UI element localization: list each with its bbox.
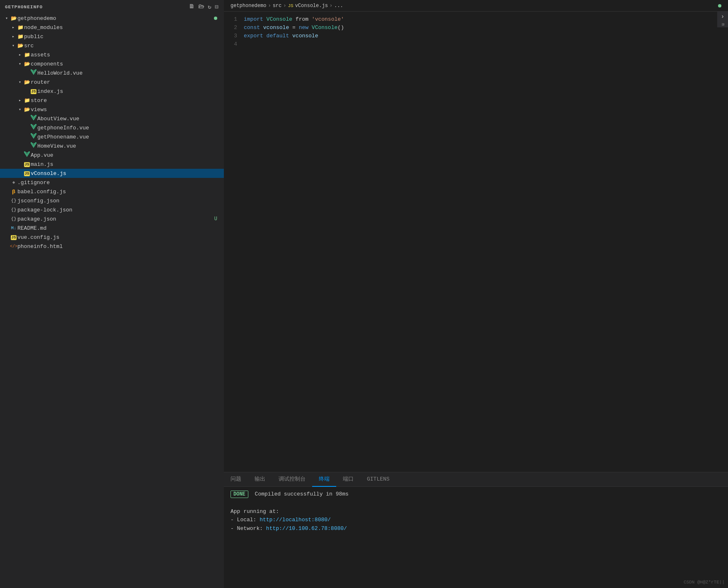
- terminal-link[interactable]: http://localhost:8080/: [260, 517, 331, 523]
- tree-item-README.md[interactable]: M↓README.md: [0, 224, 224, 233]
- tree-item-router_index.js[interactable]: JSindex.js: [0, 87, 224, 96]
- terminal-line: - Network: http://10.100.62.78:8080/: [231, 525, 721, 533]
- terminal-line: App running at:: [231, 508, 721, 516]
- tree-item-main.js[interactable]: JSmain.js: [0, 160, 224, 169]
- breadcrumb-ellipsis: ...: [334, 3, 343, 9]
- terminal-tab-调试控制台[interactable]: 调试控制台: [272, 472, 312, 487]
- tree-label-main.js: main.js: [31, 161, 53, 168]
- svg-marker-1: [32, 70, 35, 73]
- terminal-line: [231, 499, 721, 508]
- new-folder-icon[interactable]: 🗁: [198, 3, 204, 10]
- new-file-icon[interactable]: 🗎: [189, 3, 195, 10]
- tree-item-public[interactable]: ▸📁public: [0, 32, 224, 41]
- file-icon-HelloWorld.vue: [30, 69, 37, 77]
- tree-item-babel.config.js[interactable]: βbabel.config.js: [0, 187, 224, 196]
- tree-item-HelloWorld.vue[interactable]: HelloWorld.vue: [0, 68, 224, 78]
- breadcrumb: getphonedemo › src › JS vConsole.js › ..…: [224, 0, 728, 12]
- sidebar-header: GETPHONEINFO 🗎 🗁 ↻ ⊟: [0, 0, 224, 14]
- tree-label-getphoneInfo.vue: getphoneInfo.vue: [37, 125, 89, 131]
- terminal-tab-终端[interactable]: 终端: [312, 472, 336, 487]
- tree-label-phoneinfo.html: phoneinfo.html: [17, 243, 63, 250]
- tree-label-package-lock.json: package-lock.json: [17, 207, 73, 213]
- tree-item-vue.config.js[interactable]: JSvue.config.js: [0, 233, 224, 242]
- file-icon-AboutView.vue: [30, 115, 37, 122]
- svg-marker-11: [26, 153, 28, 155]
- token: (): [337, 24, 344, 31]
- svg-marker-7: [32, 134, 35, 136]
- svg-marker-3: [32, 116, 35, 118]
- file-icon-router: 📂: [23, 79, 31, 85]
- tree-label-jsconfig.json: jsconfig.json: [17, 198, 59, 204]
- tree-item-vConsole.js[interactable]: JSvConsole.js: [0, 169, 224, 178]
- breadcrumb-filename: vConsole.js: [295, 3, 328, 9]
- terminal-link[interactable]: http://10.100.62.78:8080/: [266, 525, 347, 532]
- file-icon-getphoneInfo.vue: [30, 124, 37, 131]
- line-number-2: 2: [224, 24, 244, 31]
- file-icon-getPhonename.vue: [30, 133, 37, 141]
- tree-label-AboutView.vue: AboutView.vue: [37, 116, 79, 122]
- terminal-tabs: 问题输出调试控制台终端端口GITLENS: [224, 472, 728, 487]
- tree-label-vConsole.js: vConsole.js: [31, 170, 66, 177]
- main-container: GETPHONEINFO 🗎 🗁 ↻ ⊟ ▾📂getphonedemo▸📁nod…: [0, 0, 728, 588]
- file-icon-App.vue: [23, 151, 31, 159]
- tree-item-package-lock.json[interactable]: {}package-lock.json: [0, 205, 224, 214]
- refresh-icon[interactable]: ↻: [208, 3, 211, 10]
- tree-label-HomeView.vue: HomeView.vue: [37, 143, 76, 149]
- code-line-1: 1import VConsole from 'vconsole': [224, 15, 728, 23]
- tree-label-components: components: [31, 61, 63, 67]
- tree-arrow-src: ▾: [10, 43, 17, 48]
- panel-toggle-icon: ›: [721, 13, 724, 20]
- line-content-3: export default vconsole: [244, 33, 318, 39]
- tree-label-src: src: [24, 43, 34, 49]
- terminal-tab-端口[interactable]: 端口: [336, 472, 360, 487]
- tree-item-getphonedemo[interactable]: ▾📂getphonedemo: [0, 14, 224, 23]
- code-editor[interactable]: 1import VConsole from 'vconsole'2const v…: [224, 12, 728, 472]
- tree-item-getphoneInfo.vue[interactable]: getphoneInfo.vue: [0, 123, 224, 132]
- tree-item-getPhonename.vue[interactable]: getPhonename.vue: [0, 132, 224, 141]
- tree-item-node_modules[interactable]: ▸📁node_modules: [0, 23, 224, 32]
- tree-item-AboutView.vue[interactable]: AboutView.vue: [0, 114, 224, 123]
- tree-item-views[interactable]: ▾📂views: [0, 105, 224, 114]
- tree-item-phoneinfo.html[interactable]: </>phoneinfo.html: [0, 242, 224, 251]
- line-content-2: const vconsole = new VConsole(): [244, 24, 344, 31]
- tree-label-vue.config.js: vue.config.js: [17, 234, 59, 241]
- file-icon-phoneinfo.html: </>: [10, 243, 17, 249]
- tree-item-store[interactable]: ▸📁store: [0, 96, 224, 105]
- token: 'vconsole': [312, 16, 344, 22]
- terminal-panel: 问题输出调试控制台终端端口GITLENS DONE Compiled succe…: [224, 472, 728, 588]
- panel-toggle[interactable]: › m: [717, 12, 728, 27]
- line-number-1: 1: [224, 16, 244, 22]
- tree-item-jsconfig.json[interactable]: {}jsconfig.json: [0, 196, 224, 205]
- token: export: [244, 33, 267, 39]
- file-icon-vConsole.js: JS: [23, 170, 31, 176]
- file-icon-public: 📁: [17, 34, 24, 40]
- tree-item-HomeView.vue[interactable]: HomeView.vue: [0, 141, 224, 151]
- tree-label-App.vue: App.vue: [31, 152, 53, 158]
- terminal-tab-GITLENS[interactable]: GITLENS: [360, 472, 396, 487]
- breadcrumb-js-icon: JS: [288, 3, 293, 8]
- tree-arrow-getphonedemo: ▾: [3, 16, 10, 21]
- tree-item-assets[interactable]: ▸📁assets: [0, 50, 224, 59]
- tree-item-App.vue[interactable]: App.vue: [0, 151, 224, 160]
- collapse-all-icon[interactable]: ⊟: [215, 3, 219, 10]
- tree-arrow-router: ▾: [17, 80, 23, 85]
- tree-item-router[interactable]: ▾📂router: [0, 78, 224, 87]
- tree-item-.gitignore[interactable]: ◆.gitignore: [0, 178, 224, 187]
- svg-marker-5: [32, 125, 35, 127]
- tree-label-store: store: [31, 97, 47, 104]
- tree-label-README.md: README.md: [17, 225, 46, 231]
- token: from: [292, 16, 312, 22]
- file-tree: ▾📂getphonedemo▸📁node_modules▸📁public▾📂sr…: [0, 14, 224, 251]
- code-line-2: 2const vconsole = new VConsole(): [224, 23, 728, 32]
- status-dot: [718, 4, 721, 7]
- tree-item-src[interactable]: ▾📂src: [0, 41, 224, 50]
- tree-item-components[interactable]: ▾📂components: [0, 59, 224, 68]
- terminal-tab-问题[interactable]: 问题: [224, 472, 248, 487]
- file-dot-getphonedemo: [214, 17, 217, 20]
- terminal-tab-输出[interactable]: 输出: [248, 472, 272, 487]
- tree-item-package.json[interactable]: {}package.jsonU: [0, 214, 224, 224]
- line-content-1: import VConsole from 'vconsole': [244, 16, 344, 22]
- file-icon-package-lock.json: {}: [10, 207, 17, 213]
- breadcrumb-sep3: ›: [330, 3, 332, 9]
- tree-label-HelloWorld.vue: HelloWorld.vue: [37, 70, 83, 76]
